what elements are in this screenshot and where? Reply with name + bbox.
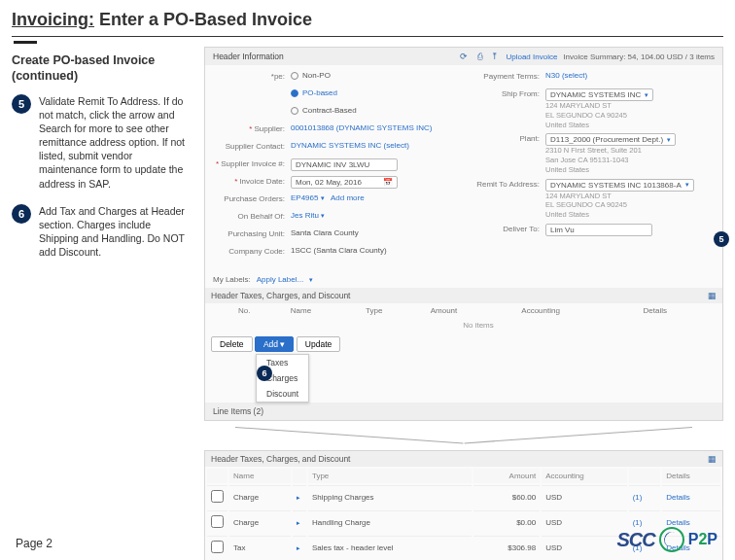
step-badge-6: 6 bbox=[12, 204, 31, 224]
shipfrom-addr2: EL SEGUNDO CA 90245 bbox=[545, 111, 715, 121]
form-col-right: Payment Terms:N30 (select) Ship From:DYN… bbox=[468, 71, 715, 263]
logo: SCC P2P bbox=[617, 527, 718, 552]
tax-table-empty: No. Name Type Amount Accounting Details … bbox=[205, 303, 722, 332]
page-number: Page 2 bbox=[16, 537, 52, 550]
chevron-down-icon[interactable]: ▾ bbox=[321, 194, 325, 201]
chevron-down-icon[interactable]: ▾ bbox=[321, 212, 325, 219]
row-chevron-icon[interactable]: ▸ bbox=[293, 536, 306, 559]
col-accounting: Accounting bbox=[542, 469, 626, 483]
shipfrom-select[interactable]: DYNAMIC SYSTEMS INC▾ bbox=[545, 88, 653, 101]
details-link[interactable]: Details bbox=[662, 485, 720, 508]
remit-addr2: EL SEGUNDO CA 90245 bbox=[545, 200, 715, 210]
chevron-down-icon[interactable]: ▾ bbox=[667, 136, 671, 144]
row-checkbox[interactable] bbox=[211, 541, 224, 553]
po-label: Purchase Orders: bbox=[213, 193, 291, 203]
po-val[interactable]: EP4965 bbox=[291, 193, 318, 202]
add-button[interactable]: Add ▾ bbox=[255, 336, 295, 352]
radio-po[interactable] bbox=[291, 89, 298, 97]
col-details: Details bbox=[662, 469, 720, 483]
chevron-down-icon[interactable]: ▾ bbox=[685, 181, 689, 189]
plant-addr3: United States bbox=[545, 165, 715, 175]
row-chevron-icon[interactable]: ▸ bbox=[293, 510, 306, 534]
upload-invoice-link[interactable]: Upload Invoice bbox=[506, 52, 557, 61]
deliver-label: Deliver To: bbox=[468, 224, 545, 233]
sidebar: Create PO-based Invoice (continued) 5 Va… bbox=[0, 45, 194, 280]
refresh-icon[interactable]: ⟳ bbox=[459, 52, 469, 61]
update-button[interactable]: Update bbox=[297, 336, 340, 352]
sidebar-subtitle: Create PO-based Invoice (continued) bbox=[12, 52, 187, 85]
no-items-text: No items bbox=[234, 318, 722, 332]
calendar-icon[interactable]: 📅 bbox=[383, 178, 393, 187]
globe-icon bbox=[659, 527, 684, 552]
row-chevron-icon[interactable]: ▸ bbox=[293, 485, 306, 508]
radio-nonpo[interactable] bbox=[291, 72, 298, 80]
grid-icon[interactable]: ▦ bbox=[707, 291, 717, 300]
delete-button[interactable]: Delete bbox=[211, 336, 253, 352]
remit-addr1: 124 MARYLAND ST bbox=[545, 192, 715, 201]
radio-contract[interactable] bbox=[291, 107, 298, 115]
row-checkbox[interactable] bbox=[211, 490, 224, 503]
add-more-link[interactable]: Add more bbox=[331, 193, 365, 202]
header-info-label: Header Information bbox=[213, 52, 284, 61]
callout-6: 6 bbox=[257, 366, 272, 381]
inv-date-label: *Invoice Date: bbox=[213, 176, 291, 186]
apply-label-link[interactable]: Apply Label... bbox=[257, 275, 303, 284]
print-icon[interactable]: ⎙ bbox=[474, 52, 484, 61]
step-text-5: Validate Remit To Address. If do not mat… bbox=[39, 94, 187, 191]
supplier-label: *Supplier: bbox=[213, 123, 291, 133]
page-title: Invoicing: Enter a PO-Based Invoice bbox=[0, 0, 735, 34]
chevron-down-icon[interactable]: ▾ bbox=[309, 276, 313, 284]
company-label: Company Code: bbox=[213, 246, 291, 256]
tax-section-header: Header Taxes, Charges, and Discount ▦ bbox=[205, 288, 722, 303]
type-label: *pe: bbox=[213, 71, 291, 81]
supplier-inv-input[interactable]: DYNAMIC INV 3LWU bbox=[291, 158, 398, 171]
col-name: Name bbox=[229, 469, 291, 483]
col-amount: Amount bbox=[427, 303, 518, 318]
tax-section-title-2: Header Taxes, Charges, and Discount bbox=[211, 454, 350, 464]
supplier-contact-label: Supplier Contact: bbox=[213, 141, 291, 151]
chevron-down-icon[interactable]: ▾ bbox=[645, 91, 648, 99]
row-checkbox[interactable] bbox=[211, 515, 224, 528]
shipfrom-addr3: United States bbox=[545, 121, 715, 130]
col-no: No. bbox=[234, 303, 287, 318]
onbehalf-val[interactable]: Jes Ritu bbox=[291, 211, 319, 220]
menu-discount[interactable]: Discount bbox=[257, 386, 308, 402]
app-screenshot: Header Information ⟳ ⎙ ⤒ Upload Invoice … bbox=[204, 47, 723, 560]
my-labels-row: My Labels: Apply Label... ▾ bbox=[205, 271, 722, 288]
supplier-val[interactable]: 0001013868 (DYNAMIC SYSTEMS INC) bbox=[291, 123, 460, 132]
radio-po-label: PO-based bbox=[302, 88, 337, 97]
remit-select[interactable]: DYNAMIC SYSTEMS INC 1013868-A▾ bbox=[545, 179, 694, 192]
step-badge-5: 5 bbox=[12, 94, 31, 114]
my-labels-label: My Labels: bbox=[213, 275, 251, 284]
deliver-input[interactable]: Lim Vu bbox=[545, 224, 652, 236]
expand-arrow bbox=[235, 427, 692, 444]
remit-addr3: United States bbox=[545, 210, 715, 220]
logo-scc: SCC bbox=[617, 529, 655, 551]
plant-label: Plant: bbox=[468, 133, 545, 143]
upload-icon[interactable]: ⤒ bbox=[490, 52, 500, 61]
supplier-inv-label: *Supplier Invoice #: bbox=[213, 158, 291, 168]
title-rest: Enter a PO-Based Invoice bbox=[94, 10, 312, 29]
plant-addr1: 2310 N First Street, Suite 201 bbox=[545, 146, 715, 156]
form-col-left: *pe:Non-PO PO-based Contract-Based *Supp… bbox=[213, 71, 460, 263]
step-6: 6 Add Tax and Charges at Header section.… bbox=[12, 204, 187, 260]
detail-header-row: Name Type Amount Accounting Details bbox=[207, 469, 720, 483]
supplier-contact-val[interactable]: DYNAMIC SYSTEMS INC (select) bbox=[291, 141, 460, 150]
payment-terms-val[interactable]: N30 (select) bbox=[545, 71, 715, 80]
title-lead: Invoicing: bbox=[12, 10, 94, 29]
remit-label: Remit To Address: bbox=[468, 179, 545, 189]
table-row: Charge▸Shipping Charges$60.00USD(1)Detai… bbox=[207, 485, 720, 508]
col-accounting: Accounting bbox=[517, 303, 639, 318]
payment-terms-label: Payment Terms: bbox=[468, 71, 545, 81]
step-text-6: Add Tax and Charges at Header section. C… bbox=[39, 204, 187, 260]
col-amount: Amount bbox=[473, 469, 540, 483]
logo-p2p: P2P bbox=[688, 531, 718, 548]
purchunit-val: Santa Clara County bbox=[291, 228, 460, 237]
title-rule bbox=[12, 36, 723, 37]
tax-section-header-2: Header Taxes, Charges, and Discount ▦ bbox=[205, 451, 722, 467]
invoice-summary: Invoice Summary: 54, 104.00 USD / 3 item… bbox=[563, 52, 715, 61]
radio-nonpo-label: Non-PO bbox=[302, 71, 331, 80]
inv-date-input[interactable]: Mon, 02 May, 2016📅 bbox=[291, 176, 398, 189]
plant-select[interactable]: D113_2000 (Procurement Dept.)▾ bbox=[545, 133, 676, 146]
grid-icon[interactable]: ▦ bbox=[707, 454, 717, 464]
